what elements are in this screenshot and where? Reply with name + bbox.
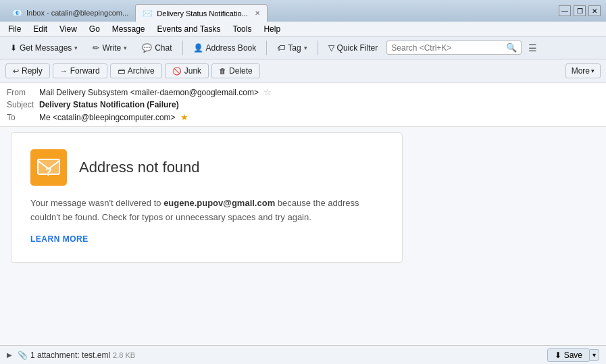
write-icon: ✏: [93, 43, 99, 53]
body-email-address: eugene.pupov@gmail.com: [163, 198, 275, 208]
tag-label: Tag: [288, 43, 301, 53]
menu-events[interactable]: Events and Tasks: [152, 23, 226, 35]
write-label: Write: [102, 43, 121, 53]
get-messages-label: Get Messages: [20, 43, 72, 53]
junk-button[interactable]: 🚫 Junk: [165, 63, 209, 78]
save-button-group: ⬇ Save ▾: [547, 348, 599, 362]
more-button[interactable]: More ▾: [565, 63, 601, 78]
tab-inbox-icon: 📧: [12, 8, 22, 18]
reply-label: Reply: [22, 66, 43, 76]
chat-icon: 💬: [142, 43, 152, 53]
filter-icon: ▽: [328, 43, 334, 53]
junk-label: Junk: [184, 66, 201, 76]
delete-label: Delete: [229, 66, 253, 76]
card-header: ? Address not found: [30, 149, 383, 186]
search-icon: 🔍: [506, 43, 517, 53]
tag-icon: 🏷: [277, 43, 285, 53]
svg-text:?: ?: [45, 166, 52, 178]
body-paragraph: Your message wasn't delivered to eugene.…: [30, 197, 383, 225]
tab-close-button[interactable]: ✕: [255, 9, 260, 17]
get-messages-button[interactable]: ⬇ Get Messages ▾: [4, 41, 84, 55]
write-arrow: ▾: [124, 45, 127, 51]
delete-button[interactable]: 🗑 Delete: [211, 63, 260, 78]
title-bar: 📧 Inbox - catalin@bleepingcom... ✉️ Deli…: [0, 0, 606, 22]
more-arrow-icon: ▾: [591, 68, 595, 74]
attachment-info: 📎 1 attachment: test.eml 2.8 KB: [18, 350, 542, 360]
email-meta: From Mail Delivery Subsystem <mailer-dae…: [0, 83, 606, 126]
tag-button[interactable]: 🏷 Tag ▾: [271, 41, 313, 55]
address-book-button[interactable]: 👤 Address Book: [187, 41, 263, 55]
delete-icon: 🗑: [219, 67, 226, 75]
from-address: Mail Delivery Subsystem <mailer-daemon@g…: [39, 88, 259, 97]
to-row: To Me <catalin@bleepingcomputer.com> ★: [7, 111, 599, 124]
card-body: Your message wasn't delivered to eugene.…: [30, 197, 383, 246]
toolbar-separator-1: [182, 41, 183, 55]
attachment-count: 1 attachment: test.eml: [30, 350, 110, 360]
attachment-size: 2.8 KB: [113, 351, 135, 359]
reply-icon: ↩: [13, 67, 19, 76]
save-icon: ⬇: [555, 350, 561, 360]
email-scroll-area[interactable]: ? Address not found Your message wasn't …: [0, 126, 606, 345]
body-text-1: Your message wasn't delivered to: [30, 198, 163, 208]
junk-icon: 🚫: [172, 67, 182, 76]
tab-delivery[interactable]: ✉️ Delivery Status Notificatio... ✕: [135, 4, 268, 22]
search-box[interactable]: 🔍: [386, 41, 522, 55]
menu-view[interactable]: View: [54, 23, 82, 35]
close-button[interactable]: ✕: [588, 5, 601, 16]
menu-file[interactable]: File: [3, 23, 26, 35]
restore-button[interactable]: ❐: [574, 5, 586, 16]
envelope-icon: ?: [30, 149, 67, 186]
from-value: Mail Delivery Subsystem <mailer-daemon@g…: [39, 87, 599, 97]
address-book-label: Address Book: [206, 43, 257, 53]
archive-icon: 🗃: [118, 67, 125, 75]
forward-button[interactable]: → Forward: [53, 63, 107, 78]
attachment-icon: 📎: [18, 350, 28, 360]
tab-inbox-label: Inbox - catalin@bleepingcom...: [26, 9, 128, 17]
save-button[interactable]: ⬇ Save: [547, 348, 590, 362]
menu-bar: File Edit View Go Message Events and Tas…: [0, 22, 606, 36]
from-row: From Mail Delivery Subsystem <mailer-dae…: [7, 86, 599, 99]
attachment-bar: ▶ 📎 1 attachment: test.eml 2.8 KB ⬇ Save…: [0, 345, 606, 364]
menu-go[interactable]: Go: [84, 23, 105, 35]
forward-icon: →: [60, 67, 68, 75]
toolbar: ⬇ Get Messages ▾ ✏ Write ▾ 💬 Chat 👤 Addr…: [0, 36, 606, 59]
to-star-icon[interactable]: ★: [180, 112, 188, 122]
save-dropdown-button[interactable]: ▾: [590, 349, 599, 361]
save-label: Save: [564, 350, 582, 360]
menu-message[interactable]: Message: [107, 23, 151, 35]
main-content: ↩ Reply → Forward 🗃 Archive 🚫 Junk 🗑 Del…: [0, 59, 606, 364]
window-controls: — ❐ ✕: [559, 5, 601, 16]
addressbook-icon: 👤: [193, 43, 203, 53]
minimize-button[interactable]: —: [559, 5, 571, 16]
tag-arrow: ▾: [304, 45, 307, 51]
subject-row: Subject Delivery Status Notification (Fa…: [7, 99, 599, 111]
get-messages-arrow: ▾: [74, 45, 78, 51]
to-label: To: [7, 113, 39, 122]
learn-more-link[interactable]: LEARN MORE: [30, 233, 89, 246]
download-icon: ⬇: [10, 43, 17, 53]
attachment-expand-button[interactable]: ▶: [7, 351, 12, 359]
subject-value: Delivery Status Notification (Failure): [39, 100, 599, 109]
reply-button[interactable]: ↩ Reply: [5, 63, 50, 78]
quick-filter-label: Quick Filter: [337, 43, 378, 53]
toolbar-separator-3: [318, 41, 318, 55]
quick-filter-button[interactable]: ▽ Quick Filter: [322, 41, 384, 55]
from-label: From: [7, 88, 39, 97]
tab-delivery-label: Delivery Status Notificatio...: [157, 9, 248, 18]
toolbar-separator-2: [266, 41, 267, 55]
archive-button[interactable]: 🗃 Archive: [110, 63, 162, 78]
menu-edit[interactable]: Edit: [28, 23, 53, 35]
more-label: More: [572, 66, 590, 76]
write-button[interactable]: ✏ Write ▾: [86, 41, 133, 55]
from-star-icon[interactable]: ☆: [263, 87, 272, 97]
archive-label: Archive: [128, 66, 155, 76]
subject-label: Subject: [7, 100, 39, 109]
not-found-title: Address not found: [79, 159, 200, 176]
menu-help[interactable]: Help: [258, 23, 286, 35]
hamburger-menu-button[interactable]: ☰: [524, 41, 541, 55]
search-input[interactable]: [391, 43, 506, 53]
chat-button[interactable]: 💬 Chat: [136, 41, 178, 55]
to-value: Me <catalin@bleepingcomputer.com> ★: [39, 112, 599, 122]
menu-tools[interactable]: Tools: [227, 23, 257, 35]
tab-inbox[interactable]: 📧 Inbox - catalin@bleepingcom...: [5, 4, 135, 22]
